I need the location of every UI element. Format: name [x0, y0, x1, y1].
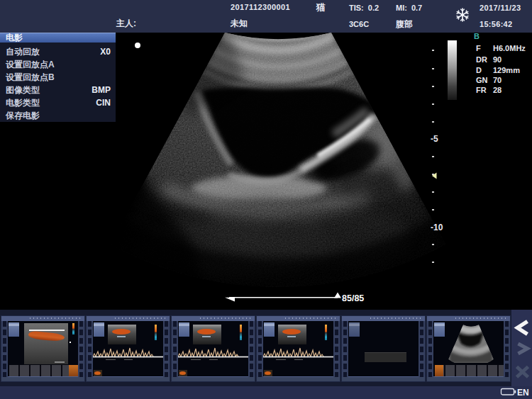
- svg-text:-10: -10: [431, 223, 443, 232]
- svg-text:85/85: 85/85: [342, 293, 364, 303]
- svg-text:-5: -5: [431, 134, 438, 144]
